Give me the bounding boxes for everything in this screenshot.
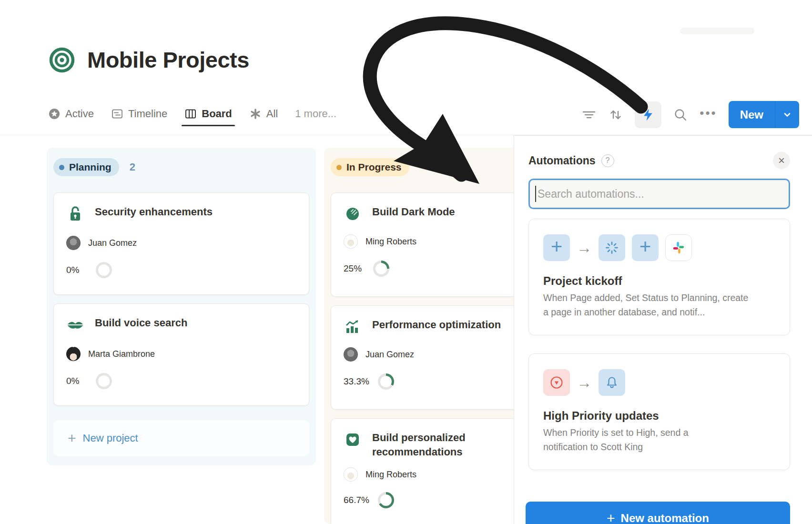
new-project-button[interactable]: + New project: [53, 420, 309, 456]
progress-ring: [378, 492, 394, 508]
automation-title: Project kickoff: [543, 274, 775, 288]
project-title: Performance optimization: [372, 318, 501, 332]
filter-icon[interactable]: [581, 108, 597, 122]
priority-icon: [543, 369, 570, 396]
project-card-security-enhancements[interactable]: Security enhancements Juan Gomez 0%: [53, 192, 309, 295]
column-planning: Planning 2 Security enhancements Juan: [47, 148, 316, 465]
avatar-juan-gomez: [344, 347, 358, 362]
project-card-build-personalized-recommendations[interactable]: Build personalized recommendations Ming …: [331, 418, 517, 524]
spinner-icon: [599, 234, 625, 261]
tab-label: 1 more...: [295, 108, 336, 120]
automations-panel: Automations ? × + →: [514, 135, 812, 524]
new-button[interactable]: New: [729, 101, 799, 128]
automation-card-project-kickoff[interactable]: + →: [528, 219, 790, 335]
lightning-icon[interactable]: [635, 101, 661, 128]
avatar-juan-gomez: [66, 236, 81, 250]
tab-timeline[interactable]: Timeline: [111, 102, 167, 126]
new-button-label[interactable]: New: [729, 101, 775, 128]
target-icon: [49, 47, 75, 73]
tab-active-view[interactable]: Active: [48, 102, 94, 126]
page-title: Mobile Projects: [87, 47, 249, 73]
progress-ring: [378, 373, 394, 390]
new-project-label: New project: [83, 432, 138, 444]
project-card-performance-optimization[interactable]: Performance optimization Juan Gomez 33.3…: [331, 305, 517, 410]
avatar-ming-roberts: [344, 467, 358, 482]
assignee-name: Ming Roberts: [365, 237, 416, 247]
star-badge-icon: [48, 108, 61, 120]
status-label: In Progress: [346, 161, 402, 173]
automation-description: When Page added, Set Status to Planning,…: [543, 291, 755, 319]
close-icon[interactable]: ×: [773, 152, 790, 169]
dots-icon[interactable]: •••: [700, 107, 717, 123]
tab-more-views[interactable]: 1 more...: [295, 102, 336, 126]
arrow-right-icon: →: [577, 375, 592, 390]
asterisk-icon: [249, 108, 262, 120]
search-icon[interactable]: [673, 107, 688, 122]
project-title: Build Dark Mode: [372, 205, 455, 219]
progress-label: 25%: [344, 263, 365, 274]
assignee-name: Ming Roberts: [365, 470, 416, 480]
bell-icon: [599, 369, 625, 396]
plus-icon: +: [543, 234, 570, 261]
tab-label: Board: [202, 108, 232, 120]
tab-label: Active: [65, 108, 94, 120]
chart-icon: [344, 318, 362, 336]
tab-label: All: [266, 108, 278, 120]
plus-icon: +: [68, 431, 76, 445]
avatar-marta-giambrone: [66, 347, 81, 361]
new-automation-label: New automation: [621, 512, 709, 524]
automation-description: When Priority is set to High, send a not…: [543, 425, 724, 454]
progress-ring: [373, 261, 389, 277]
assignee-name: Juan Gomez: [365, 350, 414, 360]
status-dot: [336, 165, 342, 170]
tab-board[interactable]: Board: [184, 102, 232, 126]
automation-card-high-priority-updates[interactable]: → High Priority updates When Priority is…: [528, 353, 790, 470]
column-planning-header: Planning 2: [53, 158, 309, 176]
tab-all[interactable]: All: [249, 102, 278, 126]
progress-label: 66.7%: [344, 495, 369, 505]
automations-panel-title: Automations: [528, 154, 596, 167]
arrow-right-icon: →: [577, 240, 592, 255]
project-title: Security enhancements: [95, 205, 213, 219]
column-in-progress-header: In Progress: [331, 158, 541, 176]
assignee-name: Juan Gomez: [88, 238, 137, 248]
notion-board-page: Mobile Projects Active Timeline: [0, 0, 812, 524]
heart-icon: [344, 431, 362, 449]
progress-label: 0%: [66, 265, 87, 275]
status-label: Planning: [69, 161, 112, 173]
project-card-build-voice-search[interactable]: Build voice search Marta Giambrone 0%: [53, 303, 309, 406]
column-count: 2: [130, 161, 135, 173]
dark-mode-icon: [344, 205, 362, 223]
chevron-down-icon[interactable]: [775, 101, 799, 128]
timeline-icon: [111, 108, 123, 120]
plus-icon: +: [632, 234, 659, 261]
search-automations-input[interactable]: [528, 179, 790, 209]
progress-label: 0%: [66, 376, 87, 386]
progress-ring: [96, 262, 112, 278]
progress-ring: [96, 373, 112, 389]
project-title: Build personalized recommendations: [372, 431, 491, 459]
avatar-ming-roberts: [344, 234, 358, 249]
board-icon: [184, 108, 197, 120]
sort-icon[interactable]: [608, 108, 623, 122]
lock-icon: [66, 205, 84, 223]
toolbar-controls: ••• New: [581, 101, 799, 128]
progress-label: 33.3%: [344, 376, 369, 387]
tab-label: Timeline: [128, 108, 167, 120]
lips-icon: [66, 316, 84, 334]
text-cursor: [535, 186, 536, 202]
project-title: Build voice search: [95, 316, 187, 330]
status-dot: [59, 165, 64, 170]
assignee-name: Marta Giambrone: [88, 349, 155, 359]
new-automation-button[interactable]: + New automation: [526, 502, 790, 524]
slack-icon: [665, 234, 692, 261]
help-icon[interactable]: ?: [601, 154, 614, 167]
status-badge-planning[interactable]: Planning: [53, 158, 119, 176]
plus-icon: +: [607, 511, 615, 524]
automation-title: High Priority updates: [543, 409, 775, 423]
project-card-build-dark-mode[interactable]: Build Dark Mode Ming Roberts 25%: [331, 192, 517, 297]
status-badge-in-progress[interactable]: In Progress: [331, 158, 409, 176]
faded-artifact: [680, 28, 754, 34]
page-header: Mobile Projects: [49, 47, 249, 73]
automations-search: [528, 179, 790, 209]
